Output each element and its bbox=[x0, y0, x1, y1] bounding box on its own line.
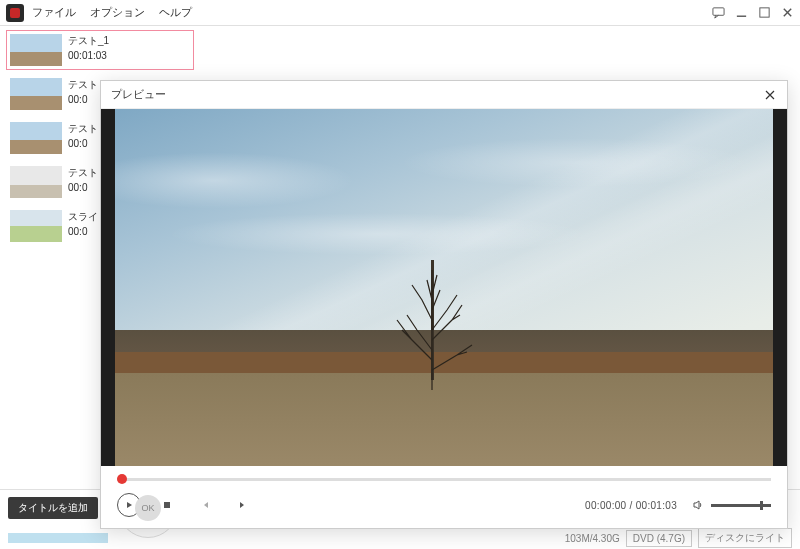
clip-name: テスト bbox=[68, 122, 98, 136]
video-frame bbox=[115, 109, 773, 466]
preview-header: プレビュー bbox=[101, 81, 787, 109]
close-icon[interactable] bbox=[763, 88, 777, 102]
titlebar: ファイル オプション ヘルプ bbox=[0, 0, 800, 26]
menu-bar: ファイル オプション ヘルプ bbox=[32, 5, 712, 20]
clip-thumbnail bbox=[10, 122, 62, 154]
volume-control[interactable] bbox=[691, 498, 771, 512]
progress-strip bbox=[8, 533, 108, 543]
volume-icon[interactable] bbox=[691, 498, 705, 512]
tree-icon bbox=[362, 260, 502, 390]
clip-duration: 00:0 bbox=[68, 226, 98, 237]
svg-rect-2 bbox=[760, 8, 769, 17]
clip-name: テスト bbox=[68, 166, 98, 180]
clip-item[interactable]: テスト_1 00:01:03 bbox=[6, 30, 194, 70]
clip-name: テスト_1 bbox=[68, 34, 109, 48]
volume-slider[interactable] bbox=[711, 504, 771, 507]
timeline[interactable] bbox=[117, 472, 771, 486]
clip-name: スライ bbox=[68, 210, 98, 224]
player-controls: 00:00:00 / 00:01:03 bbox=[101, 466, 787, 528]
clip-duration: 00:0 bbox=[68, 138, 98, 149]
playhead[interactable] bbox=[117, 474, 127, 484]
app-icon bbox=[6, 4, 24, 22]
clip-duration: 00:01:03 bbox=[68, 50, 109, 61]
menu-option[interactable]: オプション bbox=[90, 5, 145, 20]
maximize-icon[interactable] bbox=[758, 6, 771, 19]
feedback-icon[interactable] bbox=[712, 6, 725, 19]
clip-thumbnail bbox=[10, 166, 62, 198]
clip-name: テスト bbox=[68, 78, 98, 92]
svg-rect-0 bbox=[713, 8, 724, 15]
video-viewport bbox=[101, 109, 787, 466]
clip-duration: 00:0 bbox=[68, 182, 98, 193]
minimize-icon[interactable] bbox=[735, 6, 748, 19]
disc-select[interactable]: DVD (4.7G) bbox=[626, 530, 692, 547]
preview-dialog: プレビュー bbox=[100, 80, 788, 529]
size-label: 103M/4.30G bbox=[565, 533, 620, 544]
clip-thumbnail bbox=[10, 34, 62, 66]
prev-button[interactable] bbox=[193, 493, 217, 517]
window-controls bbox=[712, 6, 794, 19]
time-display: 00:00:00 / 00:01:03 bbox=[585, 500, 677, 511]
ok-button[interactable]: OK bbox=[135, 495, 161, 521]
add-title-button[interactable]: タイトルを追加 bbox=[8, 497, 98, 519]
clip-duration: 00:0 bbox=[68, 94, 98, 105]
output-select[interactable]: ディスクにライト bbox=[698, 528, 792, 548]
next-button[interactable] bbox=[231, 493, 255, 517]
preview-title: プレビュー bbox=[111, 87, 763, 102]
close-icon[interactable] bbox=[781, 6, 794, 19]
clip-thumbnail bbox=[10, 78, 62, 110]
menu-file[interactable]: ファイル bbox=[32, 5, 76, 20]
menu-help[interactable]: ヘルプ bbox=[159, 5, 192, 20]
clip-thumbnail bbox=[10, 210, 62, 242]
svg-rect-4 bbox=[164, 502, 170, 508]
